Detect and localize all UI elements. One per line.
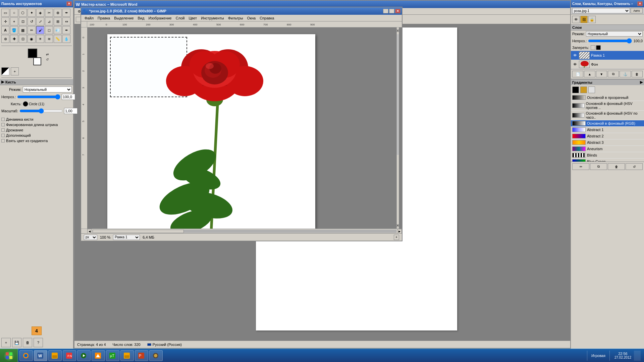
layers-opacity-slider[interactable] (588, 38, 632, 44)
tool-free-select[interactable]: ⬡ (19, 9, 27, 17)
gradient-edit-btn[interactable]: ✏ (572, 163, 589, 170)
tool-paintbrush[interactable]: 🖌 (36, 26, 44, 34)
taskbar-ppt[interactable]: P (135, 350, 148, 361)
gimp-menu-windows[interactable]: Окна (245, 16, 258, 20)
gradient-refresh-btn[interactable]: ↺ (626, 163, 643, 170)
taskbar-firefox[interactable] (19, 350, 33, 361)
tool-crop[interactable]: ⊡ (19, 17, 27, 25)
grad-swatch-bg[interactable] (588, 86, 595, 93)
gradient-item-2[interactable]: Основной в фоновый (HSV по часо.. (571, 111, 644, 120)
tool-color-select[interactable]: ◈ (36, 9, 44, 17)
gradient-item-6[interactable]: Abstract 3 (571, 139, 644, 146)
tool-text[interactable]: A (1, 26, 9, 34)
taskbar-time-display[interactable]: 22:56 27.02.2012 (614, 352, 631, 359)
layer-raise-btn[interactable]: ▲ (584, 71, 595, 77)
brush-section-title[interactable]: ▶ Кисть (0, 79, 73, 85)
taskbar-media[interactable] (77, 350, 91, 361)
gradient-item-8[interactable]: Blinds (571, 152, 644, 159)
layer-item-1[interactable]: 👁 Рамка 1 (571, 51, 644, 60)
h-scroll-track[interactable]: ◀ ▶ (87, 229, 402, 234)
tool-move[interactable]: ✛ (1, 17, 9, 25)
tool-shear[interactable]: ⊿ (45, 17, 53, 25)
tool-ellipse-select[interactable]: ○ (10, 9, 18, 17)
tool-path[interactable]: ✒ (62, 9, 70, 17)
gradient-item-1[interactable]: Основной в фоновый (HSV против .. (571, 101, 644, 111)
gradient-item-3[interactable]: Основной в фоновый (RGB) (571, 120, 644, 127)
gimp-close-btn[interactable]: ✕ (395, 9, 400, 13)
opacity-slider[interactable] (17, 94, 60, 100)
dynamics-row[interactable]: Динамика кисти (0, 117, 73, 122)
lock-pixel-btn[interactable] (591, 45, 595, 50)
tool-perspective-clone[interactable]: ⊡ (19, 35, 27, 43)
v-scroll-down[interactable]: ▼ (397, 224, 399, 227)
tool-blend[interactable]: ▦ (19, 26, 27, 34)
h-scroll-left[interactable]: ◀ (87, 229, 92, 234)
gimp-menu-view[interactable]: Вид (136, 16, 147, 20)
gimp-unit-select[interactable]: px (84, 235, 97, 240)
gradient-item-5[interactable]: Abstract 2 (571, 133, 644, 139)
tool-rotate[interactable]: ↺ (28, 17, 36, 25)
gradients-title[interactable]: Градиенты ▶ (571, 79, 644, 85)
taskbar-show-desktop-btn[interactable] (634, 351, 641, 361)
supplement-row[interactable]: Дополняющий (0, 133, 73, 138)
fg-color-box[interactable] (28, 49, 37, 58)
save-btn[interactable]: 💾 (12, 338, 21, 347)
gimp-menu-filters[interactable]: Фильтры (226, 16, 245, 20)
gimp-menu-help[interactable]: Справка (258, 16, 276, 20)
tool-smudge[interactable]: ≋ (45, 35, 53, 43)
gimp-minimize-btn[interactable]: _ (383, 9, 388, 13)
opacity-input[interactable] (62, 94, 75, 100)
layers-icon-lock[interactable]: 🔒 (588, 16, 596, 23)
layers-mode-select[interactable]: Нормальный (586, 31, 643, 37)
gradient-item-0[interactable]: Основной в прозрачный (571, 95, 644, 101)
layer-dup-btn[interactable]: ⧉ (608, 71, 619, 77)
taskbar-explorer[interactable] (48, 350, 62, 361)
tool-bucket[interactable]: 🪣 (10, 26, 18, 34)
layers-auto-btn[interactable]: Авто (631, 8, 643, 13)
tool-pencil[interactable]: ✏ (28, 26, 36, 34)
layer-2-eye[interactable]: 👁 (572, 62, 578, 67)
reset-colors-btn[interactable]: ↺ (46, 58, 49, 61)
fixed-stroke-row[interactable]: Фиксированная длина штриха (0, 122, 73, 127)
gradient-item-7[interactable]: Aneurism (571, 146, 644, 152)
quickmask-btn[interactable] (1, 67, 9, 75)
layer-1-eye[interactable]: 👁 (572, 53, 578, 58)
layers-icon-chain[interactable]: ⛓ (580, 16, 588, 23)
taskbar-tray-label[interactable]: Игровая (589, 354, 608, 358)
grad-swatch-mid[interactable] (580, 86, 587, 93)
gimp-menu-tools[interactable]: Инструменты (199, 16, 226, 20)
gimp-menu-file[interactable]: Файл (83, 16, 96, 20)
h-scroll-thumb[interactable] (93, 230, 184, 233)
help-btn[interactable]: ? (34, 338, 43, 347)
tool-heal[interactable]: ✚ (10, 35, 18, 43)
gimp-menu-edit[interactable]: Правка (96, 16, 112, 20)
tool-scale[interactable]: ⤢ (36, 17, 44, 25)
gradient-del-btn[interactable]: 🗑 (608, 163, 625, 170)
layers-panel-close-btn[interactable]: ✕ (637, 1, 643, 6)
tool-blur[interactable]: ◉ (28, 35, 36, 43)
tool-perspective[interactable]: ⊞ (54, 17, 62, 25)
canvas-area[interactable] (107, 34, 315, 229)
v-scroll-middle[interactable] (397, 34, 399, 155)
lock-alpha-btn[interactable] (596, 45, 601, 50)
tool-flip[interactable]: ⇔ (62, 17, 70, 25)
gradient-dup-btn[interactable]: ⧉ (590, 163, 607, 170)
taskbar-vlc[interactable] (92, 350, 105, 361)
gradient-item-4[interactable]: Abstract 1 (571, 127, 644, 133)
gimp-zoom-in-btn[interactable]: + (394, 235, 399, 240)
gimp-menu-colors[interactable]: Цвет (186, 16, 199, 20)
trembling-row[interactable]: Дрожание (0, 127, 73, 133)
taskbar-word[interactable]: W (34, 350, 47, 361)
gradient-item-9[interactable]: Blue Green (571, 159, 644, 162)
swap-colors-btn[interactable]: ⇄ (46, 53, 49, 56)
taskbar-utorrent[interactable]: µT (106, 350, 119, 361)
tool-ink[interactable]: ✒ (62, 26, 70, 34)
gimp-menu-image[interactable]: Изображение (146, 16, 173, 20)
layer-new-btn[interactable]: 📄 (572, 71, 583, 77)
new-btn[interactable]: + (1, 338, 11, 347)
scale-slider[interactable] (19, 108, 63, 114)
v-scrollbar-track[interactable]: ▲ ▼ (396, 27, 399, 229)
taskbar-gimp[interactable] (149, 350, 163, 361)
delete-tool-btn[interactable]: 🗑 (23, 338, 32, 347)
tool-dodge[interactable]: ☀ (36, 35, 44, 43)
